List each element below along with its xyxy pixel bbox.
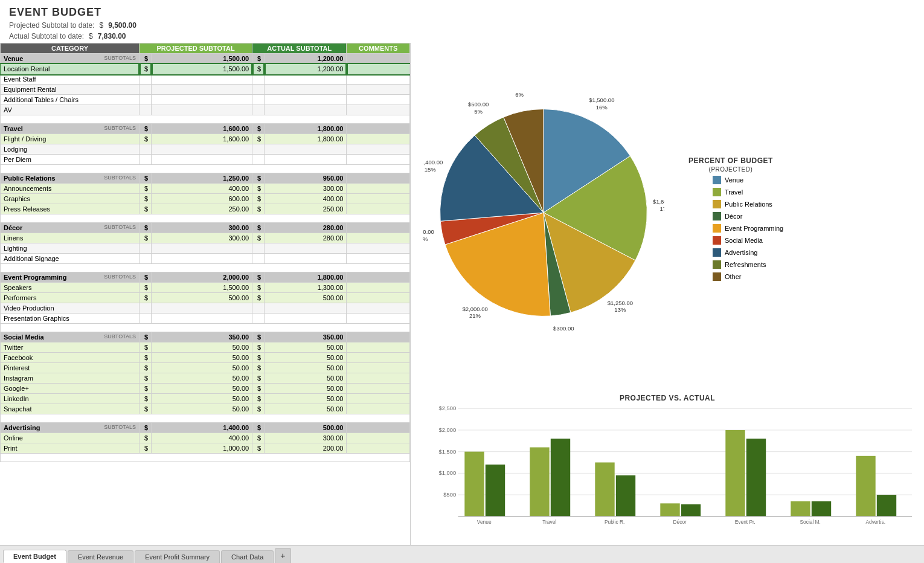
legend-item: Social Media [713, 236, 783, 245]
table-row[interactable]: Instagram $ 50.00 $ 50.00 [1, 373, 410, 384]
legend: VenueTravelPublic RelationsDécorEvent Pr… [713, 176, 783, 281]
legend-item: Venue [713, 176, 783, 184]
svg-text:Venue: Venue [477, 519, 492, 525]
table-row[interactable]: Linens $ 300.00 $ 280.00 [1, 233, 410, 243]
th-category: CATEGORY [1, 43, 140, 54]
table-row[interactable]: Online $ 400.00 $ 300.00 [1, 433, 410, 443]
pie-chart-container: $1,500.0016%$1,600.0017%$1,250.0013%$300… [423, 92, 676, 346]
tab-bar: Event BudgetEvent RevenueEvent Profit Su… [0, 545, 924, 563]
empty-row [1, 324, 410, 332]
table-row[interactable]: Video Production [1, 303, 410, 314]
svg-text:3%: 3% [559, 332, 568, 333]
table-row[interactable]: Equipment Rental [1, 85, 410, 95]
subtotal-row: Décor SUBTOTALS $ 300.00 $ 280.00 [1, 223, 410, 233]
subtotal-row: Social Media SUBTOTALS $ 350.00 $ 350.00 [1, 332, 410, 343]
table-row[interactable]: Announcements $ 400.00 $ 300.00 [1, 184, 410, 194]
bar-actual-3 [681, 504, 701, 516]
table-row[interactable]: Facebook $ 50.00 $ 50.00 [1, 353, 410, 363]
table-row[interactable]: AV [1, 105, 410, 115]
svg-text:$1,500.00: $1,500.00 [589, 97, 614, 103]
svg-text:$1,000: $1,000 [438, 470, 456, 477]
table-row[interactable]: Google+ $ 50.00 $ 50.00 [1, 384, 410, 394]
projected-row: Projected Subtotal to date: $ 9,500.00 [9, 21, 915, 30]
svg-text:$1,400.00: $1,400.00 [423, 159, 443, 166]
projected-dollar: $ [99, 21, 103, 30]
svg-text:Social M.: Social M. [800, 519, 820, 525]
svg-text:$1,250.00: $1,250.00 [608, 299, 633, 306]
bar-projected-5 [791, 501, 810, 516]
subtotal-row: Public Relations SUBTOTALS $ 1,250.00 $ … [1, 173, 410, 184]
bar-title: PROJECTED vs. ACTUAL [423, 394, 912, 402]
svg-text:15%: 15% [425, 166, 437, 172]
empty-row [1, 115, 410, 124]
projected-label: Projected Subtotal to date: [9, 21, 94, 30]
table-row[interactable]: Per Diem [1, 155, 410, 165]
svg-text:$350.00: $350.00 [423, 228, 434, 235]
svg-text:$2,500: $2,500 [438, 405, 456, 411]
table-row[interactable]: Speakers $ 1,500.00 $ 1,300.00 [1, 283, 410, 293]
pie-svg: $1,500.0016%$1,600.0017%$1,250.0013%$300… [423, 92, 664, 333]
svg-text:$1,600.00: $1,600.00 [653, 198, 664, 205]
empty-row [1, 165, 410, 173]
bar-section: PROJECTED vs. ACTUAL $500$1,000$1,500$2,… [423, 388, 912, 539]
legend-item: Refreshments [713, 260, 783, 269]
legend-item: Advertising [713, 248, 783, 257]
svg-text:17%: 17% [660, 205, 664, 211]
table-row[interactable]: Performers $ 500.00 $ 500.00 [1, 293, 410, 303]
add-tab-button[interactable]: + [275, 548, 290, 563]
empty-row [1, 414, 410, 423]
bar-projected-6 [856, 456, 875, 516]
svg-text:16%: 16% [596, 103, 608, 110]
actual-row: Actual Subtotal to date: $ 7,830.00 [9, 32, 915, 40]
svg-text:Event Pr.: Event Pr. [735, 519, 756, 525]
table-row[interactable]: Flight / Driving $ 1,600.00 $ 1,800.00 [1, 134, 410, 144]
actual-label: Actual Subtotal to date: [9, 32, 84, 40]
bar-svg: $500$1,000$1,500$2,000$2,500VenueTravelP… [423, 405, 912, 532]
table-row[interactable]: Twitter $ 50.00 $ 50.00 [1, 343, 410, 353]
table-row[interactable]: Lodging [1, 144, 410, 155]
svg-text:Public R.: Public R. [605, 519, 625, 525]
table-row[interactable]: Print $ 1,000.00 $ 200.00 [1, 443, 410, 454]
bar-actual-6 [877, 495, 896, 516]
page-header: EVENT BUDGET Projected Subtotal to date:… [0, 0, 924, 43]
bar-actual-5 [812, 501, 831, 516]
subtotal-row: Advertising SUBTOTALS $ 1,400.00 $ 500.0… [1, 423, 410, 433]
table-row[interactable]: Location Rental $ 1,500.00 $ 1,200.00 [1, 64, 410, 74]
svg-text:Décor: Décor [673, 519, 687, 525]
table-row[interactable]: Presentation Graphics [1, 314, 410, 324]
projected-value: 9,500.00 [108, 21, 136, 30]
tab-event-budget[interactable]: Event Budget [3, 550, 66, 563]
bar-projected-4 [725, 430, 745, 516]
bar-actual-2 [616, 475, 635, 516]
app-container: EVENT BUDGET Projected Subtotal to date:… [0, 0, 924, 563]
svg-text:6%: 6% [515, 92, 524, 98]
svg-text:Travel: Travel [542, 519, 556, 525]
table-row[interactable]: Additional Signage [1, 254, 410, 264]
legend-item: Other [713, 272, 783, 281]
th-actual: ACTUAL SUBTOTAL [252, 43, 347, 54]
actual-value: 7,830.00 [98, 32, 126, 40]
tab-chart-data[interactable]: Chart Data [221, 550, 274, 563]
table-row[interactable]: Pinterest $ 50.00 $ 50.00 [1, 363, 410, 373]
tab-event-profit-summary[interactable]: Event Profit Summary [135, 550, 220, 563]
svg-text:21%: 21% [469, 312, 481, 319]
table-row[interactable]: Additional Tables / Chairs [1, 95, 410, 105]
bar-projected-0 [464, 452, 484, 516]
svg-text:$500: $500 [443, 491, 456, 498]
svg-text:Advertis.: Advertis. [865, 519, 885, 525]
pie-section: $1,500.0016%$1,600.0017%$1,250.0013%$300… [423, 49, 912, 388]
svg-text:13%: 13% [614, 306, 626, 313]
table-row[interactable]: LinkedIn $ 50.00 $ 50.00 [1, 394, 410, 404]
table-row[interactable]: Graphics $ 600.00 $ 400.00 [1, 194, 410, 204]
table-row[interactable]: Snapchat $ 50.00 $ 50.00 [1, 404, 410, 414]
tab-event-revenue[interactable]: Event Revenue [68, 550, 133, 563]
legend-item: Travel [713, 188, 783, 196]
svg-text:$2,000.00: $2,000.00 [462, 305, 487, 312]
table-row[interactable]: Event Staff [1, 74, 410, 85]
table-row[interactable]: Lighting [1, 243, 410, 254]
subtotal-row: Venue SUBTOTALS $ 1,500.00 $ 1,200.00 [1, 54, 410, 64]
empty-row [1, 264, 410, 272]
table-row[interactable]: Press Releases $ 250.00 $ 250.00 [1, 204, 410, 214]
actual-dollar: $ [89, 32, 93, 40]
budget-table: CATEGORY PROJECTED SUBTOTAL ACTUAL SUBTO… [0, 43, 410, 462]
